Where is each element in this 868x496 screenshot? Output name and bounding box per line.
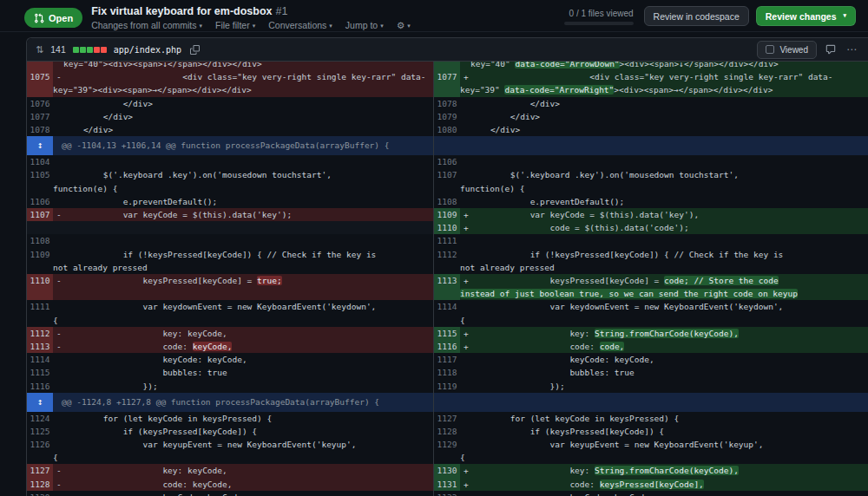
pr-state-badge[interactable]: Open bbox=[24, 8, 82, 28]
line-number[interactable]: 1113 bbox=[27, 340, 53, 353]
diff-code-cell[interactable]: </div> bbox=[460, 110, 868, 123]
diff-code-cell[interactable]: + code: code, bbox=[460, 340, 868, 353]
diff-code-cell[interactable]: - code: keyCode, bbox=[53, 478, 433, 491]
line-number[interactable]: 1078 bbox=[434, 97, 460, 110]
diff-code-cell[interactable]: keyCode: keyCode, bbox=[53, 491, 433, 496]
line-number[interactable]: 1075 bbox=[27, 70, 53, 96]
diff-code-cell[interactable] bbox=[460, 234, 868, 247]
line-number[interactable]: 1108 bbox=[434, 195, 460, 208]
line-number[interactable]: 1076 bbox=[27, 97, 53, 110]
diff-code-cell[interactable]: </div> bbox=[460, 97, 868, 110]
diff-code-cell[interactable]: if (!keysPressed[keyCode]) { // Check if… bbox=[460, 248, 868, 274]
line-number[interactable]: 1128 bbox=[434, 425, 460, 438]
diff-settings[interactable]: ⚙▾ bbox=[397, 20, 411, 30]
diff-code-cell[interactable] bbox=[53, 221, 433, 234]
line-number[interactable]: 1117 bbox=[434, 353, 460, 366]
line-number[interactable]: 1114 bbox=[434, 300, 460, 326]
line-number[interactable]: 1127 bbox=[434, 412, 460, 425]
diff-code-cell[interactable]: - key: keyCode, bbox=[53, 327, 433, 340]
line-number[interactable]: 1124 bbox=[27, 412, 53, 425]
expand-diff-icon[interactable]: ⇅ bbox=[36, 44, 43, 55]
diff-code-cell[interactable]: + <div class="key very-right single key-… bbox=[460, 70, 868, 96]
review-changes-button[interactable]: Review changes▾ bbox=[756, 6, 856, 26]
diff-code-cell[interactable]: bubbles: true bbox=[53, 366, 433, 379]
diff-code-cell[interactable]: e.preventDefault(); bbox=[53, 195, 433, 208]
viewed-checkbox[interactable] bbox=[766, 45, 774, 54]
line-number[interactable]: 1110 bbox=[27, 274, 53, 300]
diff-code-cell[interactable]: - <div class="key very-right single key-… bbox=[53, 70, 433, 96]
viewed-toggle[interactable]: Viewed bbox=[757, 41, 817, 59]
diff-code-cell[interactable]: </div> bbox=[53, 110, 433, 123]
diff-code-cell[interactable]: + code = $(this).data('code'); bbox=[460, 221, 868, 234]
expand-hunk-button[interactable]: ↕ bbox=[27, 136, 53, 155]
line-number[interactable]: 1112 bbox=[434, 248, 460, 274]
line-number[interactable]: 1129 bbox=[27, 491, 53, 496]
line-number[interactable]: 1107 bbox=[434, 168, 460, 194]
diff-code-cell[interactable]: + key: String.fromCharCode(keyCode), bbox=[460, 464, 868, 477]
line-number[interactable]: 1115 bbox=[434, 327, 460, 340]
line-number[interactable]: 1129 bbox=[434, 438, 460, 464]
line-number[interactable]: 1119 bbox=[434, 380, 460, 393]
review-in-codespace-button[interactable]: Review in codespace bbox=[644, 6, 749, 26]
line-number[interactable]: 1108 bbox=[27, 234, 53, 247]
diff-code-cell[interactable]: if (!keysPressed[keyCode]) { // Check if… bbox=[53, 248, 433, 274]
line-number[interactable]: 1128 bbox=[27, 478, 53, 491]
diff-code-cell[interactable]: + keysPressed[keyCode] = code; // Store … bbox=[460, 274, 868, 300]
diff-code-cell[interactable]: bubbles: true bbox=[460, 366, 868, 379]
diff-code-cell[interactable]: }); bbox=[53, 380, 433, 393]
diff-code-cell[interactable]: </div> bbox=[53, 123, 433, 136]
diff-code-cell[interactable]: - key: keyCode, bbox=[53, 464, 433, 477]
diff-code-cell[interactable]: </div> bbox=[53, 97, 433, 110]
copy-path-button[interactable] bbox=[188, 43, 201, 56]
line-number[interactable]: 1079 bbox=[434, 110, 460, 123]
diff-code-cell[interactable]: if (keysPressed[keyCode]) { bbox=[460, 425, 868, 438]
diff-code-cell[interactable]: var keydownEvent = new KeyboardEvent('ke… bbox=[460, 300, 868, 326]
diff-code-cell[interactable] bbox=[53, 155, 433, 168]
line-number[interactable]: 1109 bbox=[27, 248, 53, 274]
line-number[interactable]: 1078 bbox=[27, 123, 53, 136]
line-number[interactable]: 1107 bbox=[27, 208, 53, 221]
diff-code-cell[interactable]: if (keysPressed[keyCode]) { bbox=[53, 425, 433, 438]
line-number[interactable]: 1106 bbox=[434, 155, 460, 168]
nav-changes-from-all-commits[interactable]: Changes from all commits▾ bbox=[91, 20, 202, 30]
line-number[interactable]: 1115 bbox=[27, 366, 53, 379]
diff-code-cell[interactable]: - keysPressed[keyCode] = true; bbox=[53, 274, 433, 300]
line-number[interactable]: 1132 bbox=[434, 491, 460, 496]
diff-code-cell[interactable] bbox=[460, 155, 868, 168]
line-number[interactable]: 1126 bbox=[27, 438, 53, 464]
line-number[interactable]: 1110 bbox=[434, 221, 460, 234]
line-number[interactable]: 1109 bbox=[434, 208, 460, 221]
diff-code-cell[interactable]: for (let keyCode in keysPressed) { bbox=[460, 412, 868, 425]
nav-jump-to[interactable]: Jump to▾ bbox=[345, 20, 384, 30]
diff-code-cell[interactable]: $('.keyboard .key').on('mousedown touchs… bbox=[53, 168, 433, 194]
line-number[interactable]: 1118 bbox=[434, 366, 460, 379]
diff-code-cell[interactable]: - code: keyCode, bbox=[53, 340, 433, 353]
diff-code-cell[interactable]: }); bbox=[460, 380, 868, 393]
line-number[interactable]: 1105 bbox=[27, 168, 53, 194]
line-number[interactable]: 1106 bbox=[27, 195, 53, 208]
diff-code-cell[interactable]: + code: keysPressed[keyCode], bbox=[460, 478, 868, 491]
diff-code-cell[interactable]: - var keyCode = $(this).data('key'); bbox=[53, 208, 433, 221]
diff-code-cell[interactable]: for (let keyCode in keysPressed) { bbox=[53, 412, 433, 425]
diff-code-cell[interactable]: var keyupEvent = new KeyboardEvent('keyu… bbox=[53, 438, 433, 464]
diff-code-cell[interactable]: e.preventDefault(); bbox=[460, 195, 868, 208]
line-number[interactable]: 1080 bbox=[434, 123, 460, 136]
line-number[interactable]: 1111 bbox=[27, 300, 53, 326]
line-number[interactable]: 1104 bbox=[27, 155, 53, 168]
file-name[interactable]: app/index.php bbox=[114, 45, 181, 55]
diff-code-cell[interactable]: keyCode: keyCode, bbox=[460, 353, 868, 366]
nav-file-filter[interactable]: File filter▾ bbox=[215, 20, 255, 30]
line-number[interactable]: 1077 bbox=[27, 110, 53, 123]
diff-code-cell[interactable]: var keydownEvent = new KeyboardEvent('ke… bbox=[53, 300, 433, 326]
diff-code-cell[interactable]: + var keyCode = $(this).data('key'), bbox=[460, 208, 868, 221]
diff-code-cell[interactable]: </div> bbox=[460, 123, 868, 136]
comment-button[interactable] bbox=[824, 42, 838, 56]
diff-code-cell[interactable]: keyCode: keyCode, bbox=[53, 353, 433, 366]
line-number[interactable]: 1125 bbox=[27, 425, 53, 438]
file-options-menu[interactable]: ⋯ bbox=[845, 42, 859, 57]
line-number[interactable]: 1111 bbox=[434, 234, 460, 247]
diff-code-cell[interactable]: keyCode: keyCode, bbox=[460, 491, 868, 496]
diff-code-cell[interactable]: $('.keyboard .key').on('mousedown touchs… bbox=[460, 168, 868, 194]
line-number[interactable]: 1127 bbox=[27, 464, 53, 477]
diff-code-cell[interactable] bbox=[53, 234, 433, 247]
